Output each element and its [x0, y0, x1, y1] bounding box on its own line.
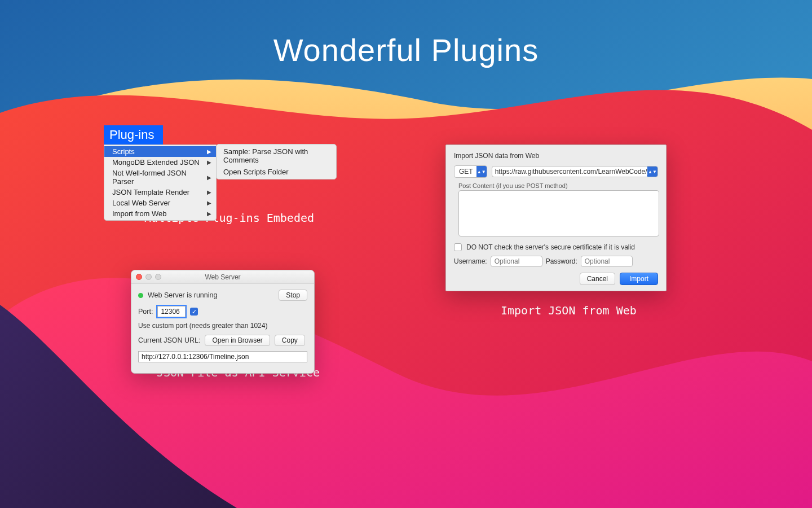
- open-browser-button[interactable]: Open in Browser: [205, 335, 270, 346]
- custom-port-checkbox[interactable]: ✓: [190, 308, 198, 316]
- submenu-label: Open Scripts Folder: [223, 168, 289, 176]
- chevron-updown-icon: ▲▼: [647, 167, 657, 177]
- port-input[interactable]: [157, 306, 186, 317]
- traffic-lights: [136, 274, 161, 280]
- post-content-label: Post Content (if you use POST method): [458, 182, 658, 189]
- zoom-icon[interactable]: [155, 274, 161, 280]
- close-icon[interactable]: [136, 274, 142, 280]
- menu-item-template[interactable]: JSON Template Render ▶: [104, 187, 216, 198]
- password-input[interactable]: [581, 256, 633, 267]
- dialog-heading: Import JSON data from Web: [454, 152, 658, 160]
- window-titlebar: Web Server: [131, 270, 314, 284]
- username-input[interactable]: [491, 256, 542, 267]
- status-running-icon: [138, 293, 143, 298]
- menu-item-scripts[interactable]: Scripts ▶: [104, 146, 216, 157]
- import-url-value: https://raw.githubusercontent.com/LearnW…: [495, 168, 658, 176]
- scripts-submenu: Sample: Parse JSON with Comments Open Sc…: [216, 144, 337, 179]
- window-title: Web Server: [205, 273, 240, 281]
- chevron-right-icon: ▶: [207, 174, 211, 181]
- url-label: Current JSON URL:: [138, 336, 200, 344]
- submenu-sample[interactable]: Sample: Parse JSON with Comments: [217, 146, 336, 166]
- webserver-window: Web Server Web Server is running Stop Po…: [131, 270, 315, 374]
- menu-item-importweb[interactable]: Import from Web ▶: [104, 208, 216, 219]
- ssl-ignore-checkbox[interactable]: [454, 243, 462, 251]
- import-url-input[interactable]: https://raw.githubusercontent.com/LearnW…: [492, 166, 658, 177]
- menu-item-webserver[interactable]: Local Web Server ▶: [104, 198, 216, 208]
- submenu-openfolder[interactable]: Open Scripts Folder: [217, 166, 336, 178]
- http-method-value: GET: [454, 167, 476, 177]
- chevron-right-icon: ▶: [207, 189, 211, 195]
- username-label: Username:: [454, 257, 487, 265]
- menu-item-label: Scripts: [112, 147, 135, 156]
- chevron-right-icon: ▶: [207, 211, 211, 217]
- minimize-icon[interactable]: [145, 274, 152, 280]
- desktop-wallpaper: [0, 0, 812, 508]
- menu-item-label: Local Web Server: [112, 199, 170, 207]
- url-input[interactable]: [138, 351, 307, 362]
- chevron-updown-icon: ▲▼: [476, 166, 487, 177]
- menu-item-mongodb[interactable]: MongoDB Extended JSON ▶: [104, 157, 216, 168]
- chevron-right-icon: ▶: [207, 148, 211, 155]
- http-method-select[interactable]: GET ▲▼: [454, 165, 487, 178]
- caption-import: Import JSON from Web: [501, 304, 637, 317]
- chevron-right-icon: ▶: [207, 159, 211, 165]
- chevron-right-icon: ▶: [207, 200, 211, 206]
- menu-item-label: JSON Template Render: [112, 188, 189, 196]
- stop-button[interactable]: Stop: [279, 290, 307, 301]
- menu-item-label: Not Well-formed JSON Parser: [112, 169, 207, 186]
- menu-item-notwellformed[interactable]: Not Well-formed JSON Parser ▶: [104, 168, 216, 187]
- cancel-button[interactable]: Cancel: [580, 273, 615, 285]
- port-label: Port:: [138, 308, 153, 316]
- post-content-textarea[interactable]: [458, 190, 659, 237]
- submenu-label: Sample: Parse JSON with Comments: [223, 147, 329, 164]
- password-label: Password:: [546, 257, 577, 265]
- menu-panel: Scripts ▶ MongoDB Extended JSON ▶ Not We…: [104, 144, 217, 221]
- copy-button[interactable]: Copy: [275, 335, 305, 346]
- ssl-ignore-label: DO NOT check the server's secure certifi…: [466, 243, 635, 251]
- plugins-menu: Plug-ins Scripts ▶ MongoDB Extended JSON…: [104, 125, 217, 221]
- custom-port-label: Use custom port (needs greater than 1024…: [138, 322, 267, 330]
- import-web-dialog: Import JSON data from Web GET ▲▼ https:/…: [445, 144, 667, 291]
- import-button[interactable]: Import: [620, 273, 658, 285]
- status-text: Web Server is running: [148, 291, 217, 299]
- menu-item-label: MongoDB Extended JSON: [112, 158, 200, 167]
- menu-item-label: Import from Web: [112, 209, 167, 218]
- menu-header[interactable]: Plug-ins: [104, 125, 163, 144]
- page-title: Wonderful Plugins: [0, 32, 812, 68]
